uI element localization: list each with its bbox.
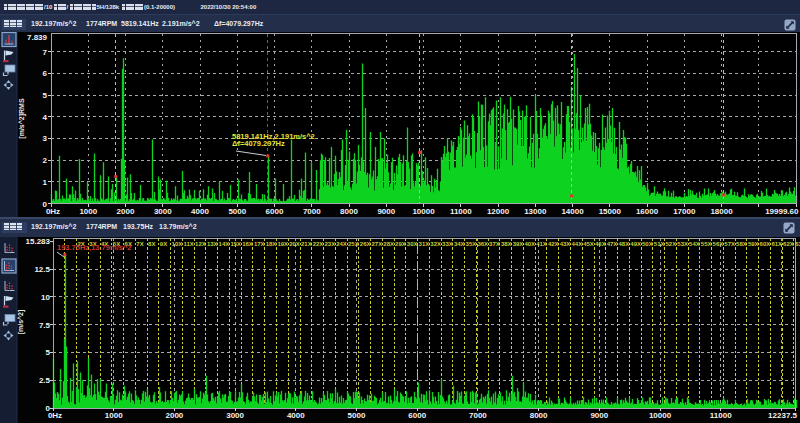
svg-text:14000: 14000 <box>561 207 584 216</box>
svg-text:5: 5 <box>46 348 51 357</box>
svg-text:8000: 8000 <box>530 411 548 420</box>
svg-text:42X: 42X <box>548 241 559 247</box>
svg-text:5: 5 <box>43 91 48 100</box>
svg-text:37X: 37X <box>489 241 500 247</box>
svg-text:23X: 23X <box>325 241 336 247</box>
svg-text:49X: 49X <box>630 241 641 247</box>
svg-text:55X: 55X <box>701 241 712 247</box>
svg-text:28X: 28X <box>383 241 394 247</box>
svg-text:4000: 4000 <box>191 207 209 216</box>
svg-text:29X: 29X <box>395 241 406 247</box>
svg-text:8000: 8000 <box>340 207 358 216</box>
svg-text:48X: 48X <box>619 241 630 247</box>
svg-text:4: 4 <box>43 113 48 122</box>
svg-text:10000: 10000 <box>649 411 672 420</box>
svg-text:14X: 14X <box>219 241 230 247</box>
svg-text:26X: 26X <box>360 241 371 247</box>
svg-text:6000: 6000 <box>408 411 426 420</box>
svg-text:21X: 21X <box>301 241 312 247</box>
svg-text:0Hz: 0Hz <box>46 207 60 216</box>
svg-text:17X: 17X <box>254 241 265 247</box>
svg-text:18X: 18X <box>266 241 277 247</box>
svg-text:12000: 12000 <box>487 207 510 216</box>
svg-text:18000: 18000 <box>710 207 733 216</box>
svg-text:34X: 34X <box>454 241 465 247</box>
svg-text:53X: 53X <box>677 241 688 247</box>
svg-text:54X: 54X <box>689 241 700 247</box>
svg-text:11000: 11000 <box>450 207 472 216</box>
svg-text:5000: 5000 <box>228 207 246 216</box>
svg-text:193.75Hz,13.79m/s^2: 193.75Hz,13.79m/s^2 <box>57 243 131 252</box>
svg-text:2.5: 2.5 <box>39 376 51 385</box>
svg-text:47X: 47X <box>607 241 618 247</box>
svg-text:1000: 1000 <box>79 207 97 216</box>
svg-text:9000: 9000 <box>377 207 395 216</box>
svg-text:Δf=4079.297Hz: Δf=4079.297Hz <box>232 139 285 148</box>
svg-text:56X: 56X <box>713 241 724 247</box>
svg-text:7X: 7X <box>136 241 143 247</box>
svg-text:4000: 4000 <box>287 411 305 420</box>
svg-text:33X: 33X <box>442 241 453 247</box>
svg-text:38X: 38X <box>501 241 512 247</box>
svg-text:62X: 62X <box>783 241 794 247</box>
svg-text:50X: 50X <box>642 241 653 247</box>
svg-text:2: 2 <box>43 156 48 165</box>
svg-text:15000: 15000 <box>599 207 622 216</box>
svg-text:58X: 58X <box>736 241 747 247</box>
svg-text:7000: 7000 <box>303 207 321 216</box>
svg-text:31X: 31X <box>419 241 430 247</box>
svg-text:12.5: 12.5 <box>34 265 50 274</box>
svg-text:9000: 9000 <box>590 411 608 420</box>
svg-text:9X: 9X <box>160 241 167 247</box>
svg-text:12237.5: 12237.5 <box>768 411 797 420</box>
svg-text:7.839: 7.839 <box>27 33 48 42</box>
svg-text:43X: 43X <box>560 241 571 247</box>
svg-text:10000: 10000 <box>412 207 435 216</box>
svg-text:[m/s^2]RMS: [m/s^2]RMS <box>18 98 26 139</box>
svg-text:13X: 13X <box>207 241 218 247</box>
svg-text:19X: 19X <box>277 241 288 247</box>
svg-text:2000: 2000 <box>166 411 184 420</box>
svg-text:10X: 10X <box>172 241 183 247</box>
svg-text:27X: 27X <box>372 241 383 247</box>
svg-text:45X: 45X <box>583 241 594 247</box>
svg-text:6: 6 <box>43 69 48 78</box>
svg-text:51X: 51X <box>654 241 665 247</box>
svg-text:3: 3 <box>43 134 48 143</box>
svg-text:15.283: 15.283 <box>26 237 51 246</box>
svg-text:0Hz: 0Hz <box>48 411 62 420</box>
svg-text:15X: 15X <box>230 241 241 247</box>
svg-text:30X: 30X <box>407 241 418 247</box>
svg-text:60X: 60X <box>760 241 771 247</box>
svg-text:[m/s^2]: [m/s^2] <box>17 310 25 335</box>
svg-text:1000: 1000 <box>105 411 123 420</box>
svg-text:7000: 7000 <box>469 411 487 420</box>
svg-text:25X: 25X <box>348 241 359 247</box>
svg-text:12X: 12X <box>195 241 206 247</box>
svg-text:17000: 17000 <box>673 207 696 216</box>
svg-text:44X: 44X <box>572 241 583 247</box>
svg-text:3000: 3000 <box>226 411 244 420</box>
svg-text:13000: 13000 <box>524 207 547 216</box>
svg-text:16X: 16X <box>242 241 253 247</box>
svg-text:52X: 52X <box>666 241 677 247</box>
svg-text:5000: 5000 <box>348 411 366 420</box>
svg-text:7: 7 <box>43 48 48 57</box>
svg-text:46X: 46X <box>595 241 606 247</box>
svg-text:11000: 11000 <box>710 411 732 420</box>
svg-text:24X: 24X <box>336 241 347 247</box>
svg-text:2000: 2000 <box>117 207 135 216</box>
svg-text:39X: 39X <box>513 241 524 247</box>
svg-text:8X: 8X <box>148 241 155 247</box>
svg-text:41X: 41X <box>536 241 547 247</box>
svg-text:40X: 40X <box>524 241 535 247</box>
svg-text:6000: 6000 <box>266 207 284 216</box>
svg-text:19999.60: 19999.60 <box>765 207 799 216</box>
svg-text:16000: 16000 <box>636 207 659 216</box>
svg-text:57X: 57X <box>724 241 735 247</box>
svg-text:10: 10 <box>41 293 50 302</box>
svg-text:32X: 32X <box>430 241 441 247</box>
svg-text:1: 1 <box>43 178 48 187</box>
svg-text:22X: 22X <box>313 241 324 247</box>
svg-text:59X: 59X <box>748 241 759 247</box>
